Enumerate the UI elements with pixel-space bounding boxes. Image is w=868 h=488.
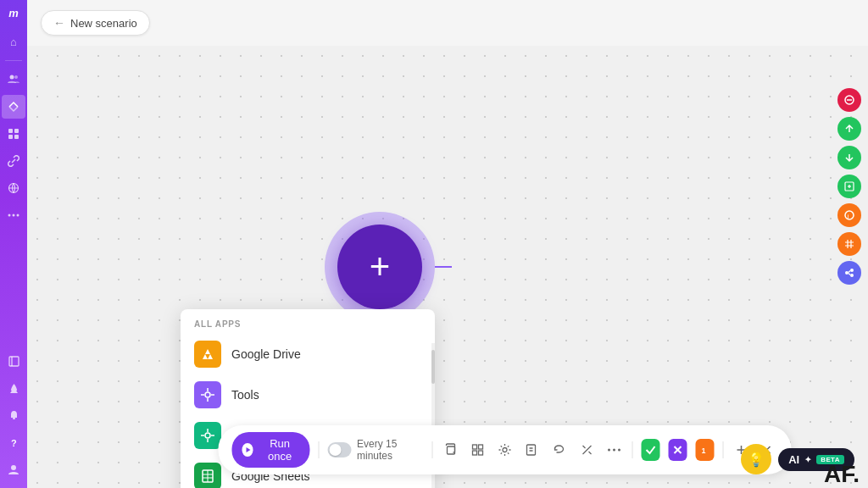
svg-rect-46 xyxy=(447,446,454,454)
ai-label: AI xyxy=(788,453,799,466)
sidebar-divider xyxy=(5,60,22,61)
svg-text:?: ? xyxy=(11,438,17,448)
svg-point-14 xyxy=(11,465,16,470)
plus-button-ring: + xyxy=(325,212,435,322)
undo-button[interactable] xyxy=(550,439,569,461)
svg-point-58 xyxy=(608,449,610,452)
sidebar-item-users[interactable] xyxy=(2,68,25,92)
sidebar-item-more[interactable] xyxy=(2,203,25,227)
svg-rect-5 xyxy=(14,135,19,139)
svg-point-43 xyxy=(850,274,854,277)
svg-rect-49 xyxy=(472,451,476,455)
svg-point-15 xyxy=(205,392,210,397)
panel-scrollbar-thumb xyxy=(431,350,435,384)
new-scenario-button[interactable]: ← New scenario xyxy=(41,10,150,36)
right-icon-green-3[interactable] xyxy=(837,175,861,198)
sidebar-item-bell[interactable] xyxy=(2,403,25,427)
more-button[interactable] xyxy=(604,439,623,461)
run-once-button[interactable]: Run once xyxy=(232,432,310,468)
main-content: ← New scenario + ALL APPS xyxy=(27,0,868,488)
svg-point-8 xyxy=(13,214,15,217)
add-module-container: + xyxy=(325,212,435,322)
sidebar-item-rocket[interactable] xyxy=(2,376,25,400)
svg-rect-10 xyxy=(9,357,19,366)
svg-line-45 xyxy=(849,274,850,275)
schedule-toggle[interactable] xyxy=(327,442,352,458)
svg-rect-47 xyxy=(472,445,476,449)
plus-icon: + xyxy=(370,247,391,287)
svg-rect-3 xyxy=(14,129,19,133)
back-icon: ← xyxy=(53,16,65,30)
svg-line-56 xyxy=(582,446,585,448)
flow-control-icon xyxy=(194,422,221,449)
confirm-button[interactable] xyxy=(641,439,659,461)
connector-line xyxy=(435,266,452,268)
grid-button[interactable] xyxy=(468,439,487,461)
sidebar-item-link[interactable] xyxy=(2,149,25,173)
svg-point-9 xyxy=(17,214,19,217)
svg-line-44 xyxy=(849,271,850,273)
sidebar-item-globe[interactable] xyxy=(2,176,25,200)
google-sheets-icon xyxy=(194,463,221,488)
all-apps-header: ALL APPS xyxy=(181,309,435,334)
numbered-button[interactable]: 1 xyxy=(695,439,714,461)
play-icon xyxy=(242,443,253,457)
toolbar-divider-3 xyxy=(632,441,632,458)
sidebar-item-profile[interactable] xyxy=(2,458,25,481)
note-button[interactable] xyxy=(523,439,542,461)
sidebar-item-puzzle[interactable] xyxy=(2,122,25,146)
sidebar-item-question[interactable]: ? xyxy=(2,430,25,454)
svg-rect-12 xyxy=(13,418,15,419)
svg-text:1: 1 xyxy=(702,446,706,455)
svg-point-0 xyxy=(10,75,14,80)
settings-button[interactable] xyxy=(496,439,515,461)
right-icon-orange-1[interactable]: i xyxy=(837,203,861,227)
run-once-label: Run once xyxy=(260,437,300,463)
schedule-toggle-container: Every 15 minutes xyxy=(327,438,423,462)
svg-rect-48 xyxy=(478,445,482,449)
svg-line-57 xyxy=(588,452,591,454)
add-module-button[interactable]: + xyxy=(337,225,422,309)
svg-point-39 xyxy=(845,211,854,219)
svg-point-42 xyxy=(850,269,854,272)
lightbulb-button[interactable]: 💡 xyxy=(741,444,771,474)
app-item-tools[interactable]: Tools xyxy=(187,374,428,415)
svg-point-51 xyxy=(503,448,507,452)
sidebar-item-book[interactable] xyxy=(2,349,25,373)
toolbar-divider-1 xyxy=(318,441,319,458)
svg-point-59 xyxy=(613,449,615,452)
right-icon-red[interactable] xyxy=(837,88,861,112)
right-icon-green-1[interactable] xyxy=(837,117,861,141)
af-watermark: AF. xyxy=(824,461,860,488)
tools-icon xyxy=(194,381,221,408)
sparkle-icon: ✦ xyxy=(804,455,811,464)
toolbar-divider-2 xyxy=(431,441,432,458)
sidebar-logo: m xyxy=(8,7,19,19)
svg-rect-2 xyxy=(8,129,13,133)
right-icon-purple[interactable] xyxy=(837,261,861,285)
canvas-area: + ALL APPS Google Drive xyxy=(27,46,868,488)
google-drive-icon xyxy=(194,341,221,368)
right-icon-orange-2[interactable] xyxy=(837,232,861,256)
sidebar-bottom: ? xyxy=(2,349,25,481)
svg-point-41 xyxy=(845,271,849,274)
lightbulb-icon: 💡 xyxy=(748,452,765,468)
sidebar-item-share[interactable] xyxy=(2,95,25,119)
copy-button[interactable] xyxy=(441,439,459,461)
svg-point-1 xyxy=(14,75,18,79)
right-icon-panel: i xyxy=(837,88,861,285)
cancel-x-button[interactable] xyxy=(668,439,687,461)
svg-point-60 xyxy=(618,449,620,452)
auto-align-button[interactable] xyxy=(577,439,596,461)
svg-rect-50 xyxy=(478,451,482,455)
header: ← New scenario xyxy=(27,0,868,46)
right-icon-green-2[interactable] xyxy=(837,146,861,169)
toolbar-divider-4 xyxy=(723,441,724,458)
sidebar-item-home[interactable]: ⌂ xyxy=(2,30,25,53)
app-item-google-drive[interactable]: Google Drive xyxy=(187,334,428,374)
bottom-toolbar: Run once Every 15 minutes xyxy=(219,425,792,474)
svg-point-20 xyxy=(205,433,210,438)
schedule-label: Every 15 minutes xyxy=(357,438,423,462)
new-scenario-label: New scenario xyxy=(70,17,137,30)
google-drive-label: Google Drive xyxy=(231,347,301,361)
